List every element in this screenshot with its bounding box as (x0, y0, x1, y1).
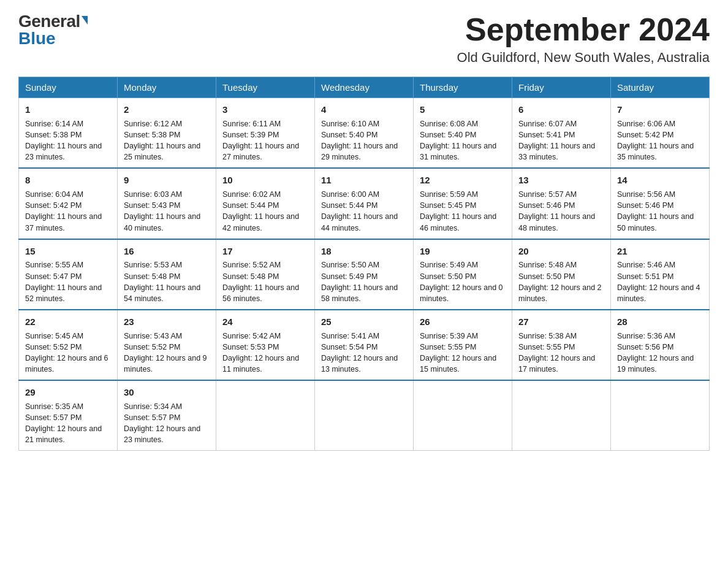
day-number: 19 (420, 245, 506, 258)
calendar-day-cell: 3Sunrise: 6:11 AMSunset: 5:39 PMDaylight… (216, 98, 315, 169)
day-number: 9 (124, 174, 210, 187)
calendar-day-cell: 5Sunrise: 6:08 AMSunset: 5:40 PMDaylight… (414, 98, 512, 169)
calendar-day-cell (216, 380, 315, 451)
calendar-day-cell: 23Sunrise: 5:43 AMSunset: 5:52 PMDayligh… (118, 310, 216, 380)
calendar-day-header: Tuesday (216, 77, 315, 98)
day-number: 10 (222, 174, 308, 187)
calendar-day-cell: 22Sunrise: 5:45 AMSunset: 5:52 PMDayligh… (19, 310, 118, 380)
title-block: September 2024 Old Guildford, New South … (457, 12, 710, 66)
day-number: 16 (124, 245, 210, 258)
day-number: 25 (321, 315, 407, 329)
calendar-day-header: Friday (512, 77, 611, 98)
calendar-day-cell: 25Sunrise: 5:41 AMSunset: 5:54 PMDayligh… (315, 310, 414, 380)
day-number: 11 (321, 174, 407, 187)
calendar-table: SundayMondayTuesdayWednesdayThursdayFrid… (18, 77, 710, 451)
day-number: 21 (617, 245, 703, 258)
calendar-day-cell: 27Sunrise: 5:38 AMSunset: 5:55 PMDayligh… (512, 310, 611, 380)
day-number: 26 (420, 315, 506, 329)
day-number: 23 (124, 315, 210, 329)
calendar-day-cell: 8Sunrise: 6:04 AMSunset: 5:42 PMDaylight… (19, 168, 118, 239)
day-number: 2 (124, 103, 210, 117)
day-number: 7 (617, 103, 703, 117)
calendar-day-cell: 10Sunrise: 6:02 AMSunset: 5:44 PMDayligh… (216, 168, 315, 239)
calendar-day-cell: 26Sunrise: 5:39 AMSunset: 5:55 PMDayligh… (414, 310, 512, 380)
calendar-day-cell: 19Sunrise: 5:49 AMSunset: 5:50 PMDayligh… (414, 239, 512, 310)
calendar-day-cell: 9Sunrise: 6:03 AMSunset: 5:43 PMDaylight… (118, 168, 216, 239)
day-number: 4 (321, 103, 407, 117)
calendar-day-header: Saturday (611, 77, 710, 98)
calendar-day-cell (611, 380, 710, 451)
calendar-day-cell: 11Sunrise: 6:00 AMSunset: 5:44 PMDayligh… (315, 168, 414, 239)
calendar-week-row: 22Sunrise: 5:45 AMSunset: 5:52 PMDayligh… (19, 310, 710, 380)
calendar-day-cell: 7Sunrise: 6:06 AMSunset: 5:42 PMDaylight… (611, 98, 710, 169)
day-number: 27 (518, 315, 604, 329)
calendar-day-header: Sunday (19, 77, 118, 98)
page-header: General Blue September 2024 Old Guildfor… (18, 12, 710, 66)
calendar-subtitle: Old Guildford, New South Wales, Australi… (457, 50, 710, 66)
calendar-title: September 2024 (457, 12, 710, 47)
calendar-day-header: Monday (118, 77, 216, 98)
calendar-day-cell: 17Sunrise: 5:52 AMSunset: 5:48 PMDayligh… (216, 239, 315, 310)
day-number: 20 (518, 245, 604, 258)
day-number: 14 (617, 174, 703, 187)
calendar-day-header: Wednesday (315, 77, 414, 98)
calendar-day-cell (512, 380, 611, 451)
calendar-day-header: Thursday (414, 77, 512, 98)
day-number: 13 (518, 174, 604, 187)
calendar-week-row: 8Sunrise: 6:04 AMSunset: 5:42 PMDaylight… (19, 168, 710, 239)
day-number: 22 (25, 315, 111, 329)
day-number: 12 (420, 174, 506, 187)
logo: General Blue (18, 12, 88, 48)
calendar-day-cell: 14Sunrise: 5:56 AMSunset: 5:46 PMDayligh… (611, 168, 710, 239)
calendar-day-cell: 20Sunrise: 5:48 AMSunset: 5:50 PMDayligh… (512, 239, 611, 310)
calendar-week-row: 29Sunrise: 5:35 AMSunset: 5:57 PMDayligh… (19, 380, 710, 451)
calendar-day-cell: 13Sunrise: 5:57 AMSunset: 5:46 PMDayligh… (512, 168, 611, 239)
calendar-day-cell: 30Sunrise: 5:34 AMSunset: 5:57 PMDayligh… (118, 380, 216, 451)
calendar-day-cell: 12Sunrise: 5:59 AMSunset: 5:45 PMDayligh… (414, 168, 512, 239)
day-number: 5 (420, 103, 506, 117)
day-number: 1 (25, 103, 111, 117)
day-number: 6 (518, 103, 604, 117)
day-number: 24 (222, 315, 308, 329)
calendar-day-cell: 1Sunrise: 6:14 AMSunset: 5:38 PMDaylight… (19, 98, 118, 169)
day-number: 28 (617, 315, 703, 329)
day-number: 29 (25, 386, 111, 399)
calendar-week-row: 1Sunrise: 6:14 AMSunset: 5:38 PMDaylight… (19, 98, 710, 169)
day-number: 17 (222, 245, 308, 258)
calendar-day-cell: 18Sunrise: 5:50 AMSunset: 5:49 PMDayligh… (315, 239, 414, 310)
calendar-day-cell: 4Sunrise: 6:10 AMSunset: 5:40 PMDaylight… (315, 98, 414, 169)
calendar-day-cell: 2Sunrise: 6:12 AMSunset: 5:38 PMDaylight… (118, 98, 216, 169)
day-number: 3 (222, 103, 308, 117)
day-number: 8 (25, 174, 111, 187)
logo-triangle-icon (82, 16, 88, 25)
calendar-day-cell: 28Sunrise: 5:36 AMSunset: 5:56 PMDayligh… (611, 310, 710, 380)
day-number: 18 (321, 245, 407, 258)
calendar-day-cell: 29Sunrise: 5:35 AMSunset: 5:57 PMDayligh… (19, 380, 118, 451)
calendar-day-cell: 16Sunrise: 5:53 AMSunset: 5:48 PMDayligh… (118, 239, 216, 310)
calendar-day-cell: 21Sunrise: 5:46 AMSunset: 5:51 PMDayligh… (611, 239, 710, 310)
calendar-week-row: 15Sunrise: 5:55 AMSunset: 5:47 PMDayligh… (19, 239, 710, 310)
calendar-day-cell (315, 380, 414, 451)
logo-bottom: Blue (18, 29, 56, 48)
calendar-day-cell: 24Sunrise: 5:42 AMSunset: 5:53 PMDayligh… (216, 310, 315, 380)
day-number: 30 (124, 386, 210, 399)
calendar-header-row: SundayMondayTuesdayWednesdayThursdayFrid… (19, 77, 710, 98)
calendar-day-cell (414, 380, 512, 451)
day-number: 15 (25, 245, 111, 258)
calendar-day-cell: 6Sunrise: 6:07 AMSunset: 5:41 PMDaylight… (512, 98, 611, 169)
calendar-day-cell: 15Sunrise: 5:55 AMSunset: 5:47 PMDayligh… (19, 239, 118, 310)
